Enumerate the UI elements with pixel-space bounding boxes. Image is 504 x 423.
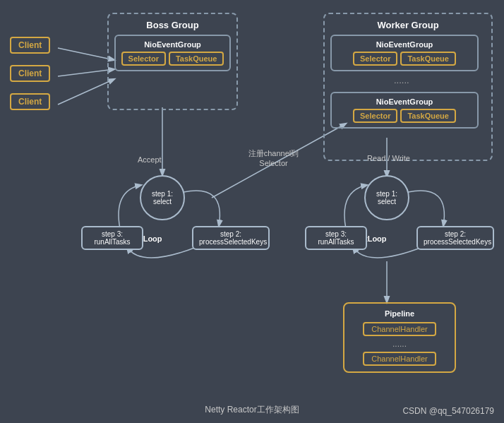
worker-step1-circle: step 1: select bbox=[364, 175, 409, 220]
pipeline-handler-2: ChannelHandler bbox=[363, 352, 436, 366]
boss-nio-event-group: NioEventGroup Selector TaskQueue bbox=[114, 35, 231, 71]
worker-group-dots: ...... bbox=[394, 75, 504, 85]
pipeline-box: Pipeline ChannelHandler ...... ChannelHa… bbox=[343, 302, 456, 373]
svg-line-1 bbox=[58, 69, 114, 76]
pipeline-dots: ...... bbox=[392, 339, 407, 349]
footer-title: Netty Reactor工作架构图 bbox=[205, 404, 299, 416]
register-label: 注册channel到 Selector bbox=[240, 148, 307, 167]
footer-credit: CSDN @qq_547026179 bbox=[402, 406, 494, 416]
client-2: Client bbox=[10, 65, 50, 82]
boss-nio-items: Selector TaskQueue bbox=[121, 52, 224, 66]
diagram: Client Client Client Boss Group NioEvent… bbox=[0, 0, 504, 423]
boss-nio-group-title: NioEventGroup bbox=[144, 40, 201, 49]
boss-task-queue: TaskQueue bbox=[169, 52, 224, 66]
boss-group-title: Boss Group bbox=[114, 20, 231, 30]
worker-nio-group-2-title: NioEventGroup bbox=[376, 97, 433, 106]
boss-selector: Selector bbox=[121, 52, 166, 66]
pipeline-handler-1: ChannelHandler bbox=[363, 322, 436, 336]
worker-group-box: Worker Group NioEventGroup Selector Task… bbox=[323, 13, 493, 161]
client-1: Client bbox=[10, 37, 50, 54]
boss-group-box: Boss Group NioEventGroup Selector TaskQu… bbox=[107, 13, 238, 110]
boss-step1-circle: step 1: select bbox=[140, 175, 185, 220]
worker-selector-1: Selector bbox=[353, 52, 397, 66]
worker-nio-group-1-title: NioEventGroup bbox=[376, 40, 433, 49]
worker-task-queue-1: TaskQueue bbox=[400, 52, 456, 66]
pipeline-title: Pipeline bbox=[385, 309, 414, 318]
client-3: Client bbox=[10, 93, 50, 110]
boss-step3-rect: step 3: runAllTasks bbox=[81, 226, 143, 250]
svg-line-2 bbox=[58, 79, 114, 105]
worker-nio-items-1: Selector TaskQueue bbox=[353, 52, 456, 66]
accept-label: Accept bbox=[138, 155, 162, 164]
worker-selector-2: Selector bbox=[353, 109, 397, 123]
worker-nio-event-group-2: NioEventGroup Selector TaskQueue bbox=[330, 92, 479, 129]
worker-step2-rect: step 2: processSelectedKeys bbox=[416, 226, 494, 250]
worker-step3-rect: step 3: runAllTasks bbox=[305, 226, 367, 250]
worker-nio-event-group-1: NioEventGroup Selector TaskQueue bbox=[330, 35, 479, 71]
worker-group-title: Worker Group bbox=[330, 20, 486, 30]
svg-line-0 bbox=[58, 48, 114, 60]
worker-task-queue-2: TaskQueue bbox=[400, 109, 456, 123]
worker-nio-items-2: Selector TaskQueue bbox=[353, 109, 456, 123]
read-write-label: Read / Write bbox=[367, 154, 410, 162]
boss-step2-rect: step 2: processSelectedKeys bbox=[192, 226, 270, 250]
